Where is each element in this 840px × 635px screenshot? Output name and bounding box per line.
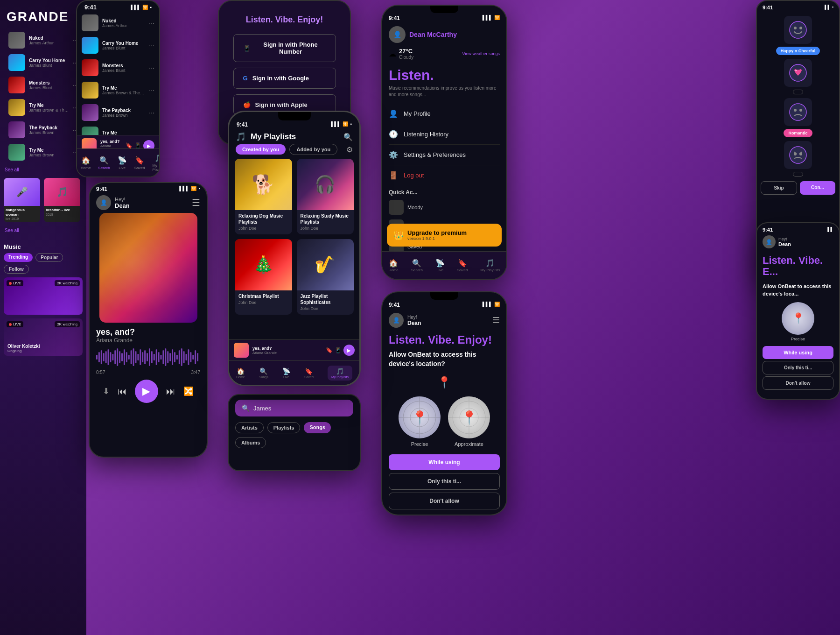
status-bar-2: 9:41 ▌▌▌ 🛜 ▪ <box>90 183 207 192</box>
list-item[interactable]: Carry You Home James Blunt ··· <box>77 34 159 56</box>
upgrade-banner[interactable]: 👑 Upgrade to premium version 1.9.0.1 <box>387 224 502 247</box>
name-7: Dean <box>407 320 421 326</box>
menu-item-settings[interactable]: ⚙️ Settings & Preferences <box>389 145 500 165</box>
continue-btn[interactable]: Con... <box>800 181 835 195</box>
list-item[interactable]: Try Me James Brown ··· <box>4 141 83 163</box>
while-using-9[interactable]: While using <box>763 346 833 359</box>
nav-saved[interactable]: 🔖 Saved <box>131 154 149 172</box>
list-item[interactable]: Monsters James Blunt ··· <box>77 56 159 79</box>
chip-artists[interactable]: Artists <box>235 422 264 433</box>
nav-live-4[interactable]: 📡 Live <box>282 367 290 379</box>
trending-chip[interactable]: Trending <box>4 253 33 262</box>
svg-rect-0 <box>96 355 98 360</box>
more-btn[interactable]: ··· <box>149 109 154 116</box>
dont-allow-btn[interactable]: Don't allow <box>389 493 500 509</box>
list-item[interactable]: Nuked James Arthur ··· <box>4 29 83 51</box>
dont-allow-9[interactable]: Don't allow <box>763 376 833 390</box>
cast-icon-4[interactable]: 📱 <box>335 347 342 353</box>
search-icon-playlists[interactable]: 🔍 <box>343 133 353 141</box>
playlist-card-2[interactable]: 🎧 Relaxing Study Music Playlists John Do… <box>297 159 354 234</box>
only-this-time-btn[interactable]: Only this ti... <box>389 473 500 490</box>
nav-home[interactable]: 🏠 Home <box>77 154 94 172</box>
nav-live[interactable]: 📡 Live <box>114 154 131 172</box>
while-using-btn[interactable]: While using <box>389 454 500 470</box>
love-chip[interactable] <box>793 90 803 94</box>
romantic-chip[interactable]: Romantic <box>784 129 812 137</box>
phone-signin-btn[interactable]: 📱 Sign in with Phone Number <box>233 34 336 62</box>
tab-added-by-you[interactable]: Added by you <box>289 144 337 155</box>
next-icon[interactable]: ⏭ <box>166 386 175 397</box>
download-icon[interactable]: ⬇ <box>103 386 110 396</box>
menu-icon-7[interactable]: ☰ <box>492 315 500 325</box>
bookmark-icon-4[interactable]: 🔖 <box>326 347 333 353</box>
nav-search-4[interactable]: 🔍 Songs <box>259 367 268 379</box>
see-all-link[interactable]: See all <box>0 163 86 174</box>
list-item[interactable]: Nuked James Arthur ··· <box>77 12 159 34</box>
nav-search[interactable]: 🔍 Search <box>94 154 113 172</box>
mini-card-1[interactable]: 🎤 dangerous woman - live 2019 <box>4 178 40 222</box>
list-item[interactable]: Monsters James Blunt ··· <box>4 74 83 96</box>
google-signin-btn[interactable]: G Sign in with Google <box>233 68 336 89</box>
chip-songs[interactable]: Songs <box>304 422 331 433</box>
menu-icon[interactable]: ☰ <box>192 197 200 208</box>
quick-item-moody[interactable]: Moody <box>389 198 500 217</box>
more-btn[interactable]: ··· <box>149 42 154 49</box>
happy-chip[interactable]: Happy n Cheerful <box>776 47 820 55</box>
skip-btn[interactable]: Skip <box>761 181 797 195</box>
list-item[interactable]: Try Me James Brown & The Famous Flames ·… <box>4 96 83 119</box>
view-weather-link[interactable]: View weather songs <box>462 51 500 56</box>
filter-icon[interactable]: ⚙ <box>346 145 353 154</box>
mood-content: Happy n Cheerful <box>757 12 839 198</box>
playlist-card-3[interactable]: 🎄 Christmas Playlist John Doe <box>235 239 292 315</box>
see-all-link-2[interactable]: See all <box>0 226 86 237</box>
more-btn[interactable]: ··· <box>149 19 154 27</box>
nav-myplaylists-4[interactable]: 🎵 My Playlists <box>328 366 352 381</box>
search-bar[interactable]: 🔍 James <box>235 400 353 416</box>
shuffle-icon[interactable]: 🔀 <box>183 386 194 396</box>
stream-card-2[interactable]: LIVE 2K watching Oliver Koletzki Ongoing <box>4 318 83 356</box>
chip-albums[interactable]: Albums <box>235 437 266 448</box>
wifi-icon-7: 🛜 <box>494 302 500 308</box>
list-item[interactable]: Carry You Home James Blunt ··· <box>4 51 83 74</box>
popular-chip[interactable]: Popular <box>35 253 63 262</box>
playlist-card-4[interactable]: 🎷 Jazz Playlist Sophisticates John Doe <box>297 239 354 315</box>
mini-card-sub: 2019 <box>44 213 80 218</box>
nav-home-4[interactable]: 🏠 Home <box>236 367 245 379</box>
precise-circle[interactable]: 📍 <box>399 396 441 438</box>
play-pause-btn[interactable]: ▶ <box>135 380 158 403</box>
more-btn[interactable]: ··· <box>149 86 154 94</box>
stream-card-1[interactable]: LIVE 2K watching <box>4 277 83 315</box>
nav-playlists[interactable]: 🎵 My Playlists <box>148 152 160 174</box>
nav-saved-4[interactable]: 🔖 Saved <box>304 367 314 379</box>
play-btn-4[interactable]: ▶ <box>343 345 355 356</box>
angry-chip[interactable] <box>793 172 803 176</box>
chip-playlists[interactable]: Playlists <box>267 422 301 433</box>
playlist-card-1[interactable]: 🐕 Relaxing Dog Music Playlists John Doe <box>235 159 292 234</box>
list-item[interactable]: The Payback James Brown ··· <box>4 119 83 141</box>
prev-icon[interactable]: ⏮ <box>118 386 127 397</box>
list-item[interactable]: The Payback James Brown ··· <box>77 101 159 124</box>
listen-vibe-text: Listen. Vibe. E... <box>757 251 839 279</box>
bookmark-icon[interactable]: 🔖 <box>126 142 133 149</box>
nav-saved-6[interactable]: 🔖 Saved <box>457 259 468 272</box>
follow-chip[interactable]: Follow <box>4 265 29 274</box>
music-rec-text: Music recommendations improve as you lis… <box>382 85 506 104</box>
nav-live-6[interactable]: 📡 Live <box>435 259 445 272</box>
precise-circle-9[interactable]: 📍 <box>782 302 814 335</box>
menu-item-profile[interactable]: 👤 My Profile <box>389 104 500 124</box>
list-item[interactable]: Try Me James Brown & The Famous Flames ·… <box>77 79 159 101</box>
tab-created-by-you[interactable]: Created by you <box>236 144 286 155</box>
more-btn[interactable]: ··· <box>149 64 154 71</box>
song-thumb-3 <box>8 77 25 93</box>
menu-item-logout[interactable]: 🚪 Log out <box>389 165 500 185</box>
menu-item-history[interactable]: 🕐 Listening History <box>389 124 500 145</box>
nav-home-6[interactable]: 🏠 Home <box>388 259 398 272</box>
nav-search-6[interactable]: 🔍 Search <box>411 259 423 272</box>
approximate-circle[interactable]: 📍 <box>448 396 490 438</box>
cast-icon[interactable]: 📱 <box>134 142 141 149</box>
location-buttons: While using Only this ti... Don't allow <box>382 451 506 513</box>
only-this-time-9[interactable]: Only this ti... <box>763 361 833 374</box>
mini-card-2[interactable]: 🎵 breathin - live 2019 <box>44 178 80 222</box>
svg-rect-11 <box>121 353 123 361</box>
nav-myplaylists-6[interactable]: 🎵 My Playlists <box>480 259 500 272</box>
